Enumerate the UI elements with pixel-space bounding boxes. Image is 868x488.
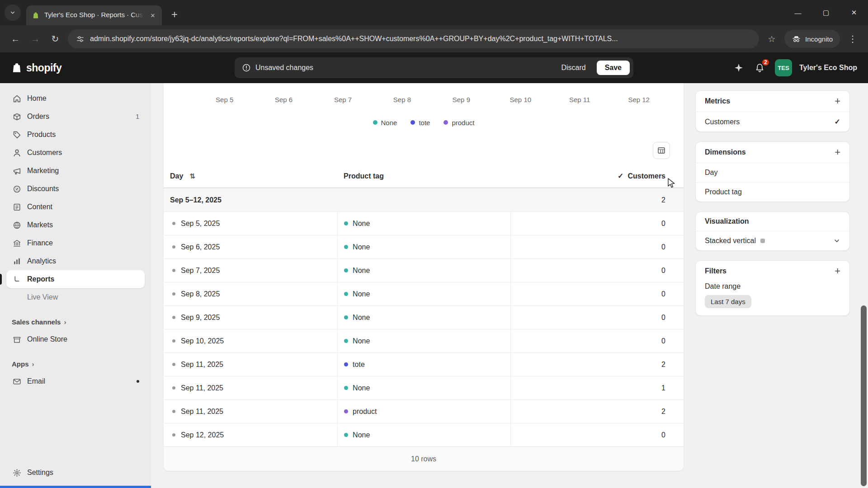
x-axis-label: Sep 7 [334,96,352,103]
tab-search-button[interactable] [5,5,21,21]
table-row: Sep 11, 2025product2 [164,399,684,423]
sidebar-item-live-view[interactable]: Live View [6,288,145,306]
legend-label: product [452,119,474,127]
row-marker-dot [172,363,175,366]
section-header-sales-channels[interactable]: Sales channels› [12,318,139,326]
window-close-button[interactable]: ✕ [840,0,868,25]
sidebar-item-home[interactable]: Home [6,89,145,108]
store-avatar[interactable]: TES [775,59,792,76]
check-icon: ✓ [835,117,840,126]
tag-label: tote [353,361,365,369]
browser-menu-icon[interactable]: ⋮ [844,30,862,48]
date-range-chip[interactable]: Last 7 days [705,295,751,308]
tab-close-icon[interactable]: ✕ [148,11,157,20]
row-count-label: 10 rows [411,455,436,463]
sort-icon[interactable]: ⇅ [189,172,195,180]
store-name[interactable]: Tyler's Eco Shop [799,64,857,72]
discounts-icon [12,184,22,194]
chevron-right-icon: › [64,318,66,326]
sidebar-item-settings[interactable]: Settings [6,464,145,482]
tag-color-dot [344,339,348,343]
sidebar-item-orders[interactable]: Orders1 [6,108,145,126]
row-marker-dot [172,245,175,249]
row-marker-dot [172,410,175,413]
date-range-label: Date range [705,282,840,291]
save-button[interactable]: Save [597,61,630,75]
table-icon [657,146,666,155]
window-minimize-button[interactable]: — [784,0,812,25]
legend-item-none[interactable]: None [373,119,397,127]
sidebar-item-label: Orders [27,113,130,121]
gear-icon [12,468,22,478]
visualization-select[interactable]: Stacked vertical [696,231,849,250]
vertical-scrollbar-thumb[interactable] [861,305,867,486]
table-header-row: Day⇅Product tag✓Customers [164,164,684,188]
window-maximize-button[interactable]: ▢ [812,0,840,25]
cell-product-tag: None [337,306,510,329]
sidebar-item-finance[interactable]: Finance [6,234,145,252]
sidebar-item-label: Finance [27,239,139,247]
site-info-icon[interactable] [76,35,85,43]
section-title: Sales channels [12,318,61,326]
col-header-day[interactable]: Day⇅ [164,164,337,188]
legend-item-product[interactable]: product [443,119,474,127]
reload-button[interactable]: ↻ [46,30,64,48]
tag-label: product [353,408,377,416]
content-icon [12,202,22,212]
dimension-row-day[interactable]: Day [696,163,849,182]
sidebar-item-label: Live View [27,293,139,301]
report-card: Sep 5Sep 6Sep 7Sep 8Sep 9Sep 10Sep 11Sep… [164,83,684,471]
sidebar: HomeOrders1ProductsCustomersMarketingDis… [0,83,151,488]
sidebar-item-content[interactable]: Content [6,198,145,216]
sidebar-item-markets[interactable]: Markets [6,216,145,234]
col-header-label: Customers [627,172,665,180]
home-icon [12,94,22,103]
row-marker-dot [172,222,175,225]
cell-day: Sep 9, 2025 [164,306,337,329]
cell-product-tag: None [337,423,510,446]
sidebar-item-label: Products [27,131,139,139]
browser-tab[interactable]: Tyler's Eco Shop · Reports · Cus ✕ [26,5,162,25]
add-filter-button[interactable]: + [835,266,840,276]
section-title: Apps [12,360,29,368]
sidebar-item-email[interactable]: Email [6,372,145,390]
shopify-favicon-icon [32,11,40,19]
back-button[interactable]: ← [6,30,24,48]
address-bar[interactable]: admin.shopify.com/store/jy63jq-dc/analyt… [68,29,759,48]
legend-item-tote[interactable]: tote [410,119,430,127]
metrics-card: Metrics + Customers ✓ [695,90,850,132]
table-row: Sep 5, 2025None0 [164,211,684,235]
dimension-row-product-tag[interactable]: Product tag [696,182,849,202]
cell-customers: 2 [510,353,684,376]
sidebar-item-customers[interactable]: Customers [6,144,145,162]
col-header-customers[interactable]: ✓Customers [510,164,684,188]
table-view-button[interactable] [653,142,670,159]
sidekick-icon[interactable] [733,62,744,73]
table-footer: 10 rows [164,446,684,471]
add-dimension-button[interactable]: + [835,147,840,157]
x-axis-label: Sep 6 [275,96,292,103]
bookmark-star-icon[interactable]: ☆ [763,30,781,48]
forward-button[interactable]: → [26,30,44,48]
filters-body: Date range Last 7 days [696,282,849,315]
discard-button[interactable]: Discard [555,61,592,75]
tag-color-dot [344,409,348,413]
sidebar-item-online-store[interactable]: Online Store [6,330,145,348]
tag-label: None [353,243,370,251]
sidebar-item-products[interactable]: Products [6,126,145,144]
sidebar-item-marketing[interactable]: Marketing [6,162,145,180]
col-header-product-tag[interactable]: Product tag [337,164,510,188]
new-tab-button[interactable]: + [167,7,182,22]
cell-day: Sep 8, 2025 [164,282,337,305]
sidebar-item-analytics[interactable]: Analytics [6,252,145,270]
day-label: Sep 5, 2025 [181,220,220,228]
notifications-button[interactable]: 2 [751,60,768,76]
sidebar-item-discounts[interactable]: Discounts [6,180,145,198]
add-metric-button[interactable]: + [835,96,840,106]
shopify-logo[interactable]: shopify [11,62,61,74]
metric-row-customers[interactable]: Customers ✓ [696,112,849,131]
section-header-apps[interactable]: Apps› [12,360,139,368]
table-row: Sep 10, 2025None0 [164,329,684,352]
sidebar-item-reports[interactable]: Reports [6,270,145,288]
tag-color-dot [344,315,348,319]
